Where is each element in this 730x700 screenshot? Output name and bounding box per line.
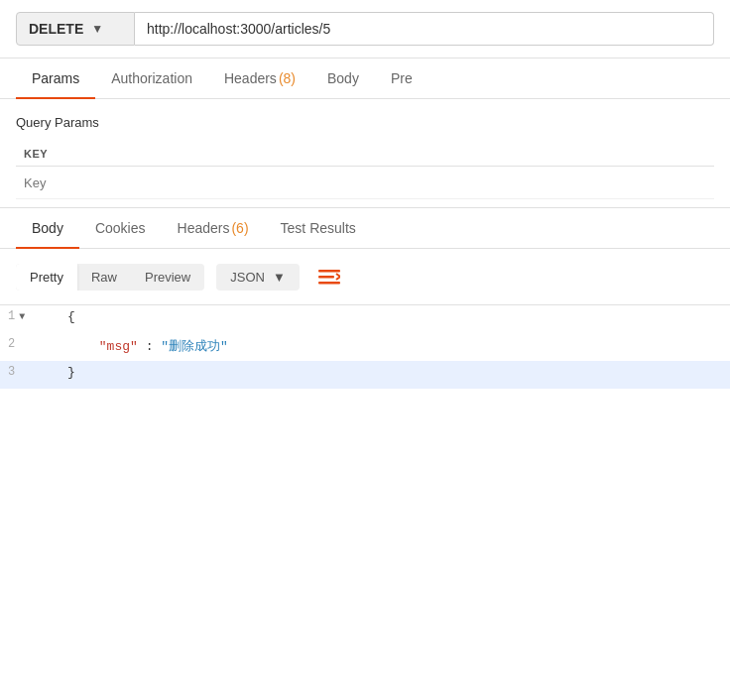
key-column-header: KEY <box>16 142 714 167</box>
url-input[interactable] <box>135 12 714 46</box>
line-number-3: 3 <box>0 361 60 383</box>
tab-authorization[interactable]: Authorization <box>95 58 208 98</box>
code-area: 1 ▼ { 2 "msg" : "删除成功" 3 } <box>0 305 730 389</box>
rtab-headers[interactable]: Headers(6) <box>162 208 265 248</box>
json-type-select[interactable]: JSON ▼ <box>216 264 300 291</box>
preview-button[interactable]: Preview <box>131 264 204 291</box>
response-tabs: Body Cookies Headers(6) Test Results <box>0 208 730 249</box>
pretty-button[interactable]: Pretty <box>16 264 77 291</box>
top-bar: DELETE ▼ <box>0 0 730 58</box>
json-colon: : <box>146 339 162 354</box>
tab-headers[interactable]: Headers(8) <box>208 58 311 98</box>
code-line-3: 3 } <box>0 361 730 389</box>
table-row <box>16 167 714 199</box>
query-params-title: Query Params <box>16 115 714 130</box>
json-type-label: JSON <box>230 270 265 285</box>
svg-rect-2 <box>318 282 340 285</box>
chevron-down-icon: ▼ <box>91 22 103 36</box>
chevron-down-icon: ▼ <box>273 270 286 285</box>
code-line-2: 2 "msg" : "删除成功" <box>0 333 730 361</box>
response-toolbar: Pretty Raw Preview JSON ▼ <box>0 249 730 305</box>
line-number-2: 2 <box>0 333 60 355</box>
tab-pre[interactable]: Pre <box>375 58 428 98</box>
wrap-button[interactable] <box>311 259 347 294</box>
json-value: "删除成功" <box>161 339 228 354</box>
rtab-test-results[interactable]: Test Results <box>265 208 372 248</box>
svg-rect-1 <box>318 276 334 279</box>
format-group: Pretty Raw Preview <box>16 264 204 291</box>
rtab-cookies[interactable]: Cookies <box>79 208 162 248</box>
tab-body[interactable]: Body <box>311 58 375 98</box>
json-key: "msg" <box>99 339 138 354</box>
svg-rect-0 <box>318 270 340 273</box>
open-brace: { <box>67 309 75 324</box>
method-label: DELETE <box>29 21 83 37</box>
params-table: KEY <box>16 142 714 199</box>
raw-button[interactable]: Raw <box>77 264 131 291</box>
key-input[interactable] <box>24 175 706 190</box>
code-line-1: 1 ▼ { <box>0 305 730 333</box>
query-params-section: Query Params KEY <box>0 99 730 208</box>
close-brace: } <box>67 365 75 380</box>
toggle-arrow-icon[interactable]: ▼ <box>19 311 25 322</box>
tab-params[interactable]: Params <box>16 58 95 98</box>
line-number-1: 1 ▼ <box>0 305 60 327</box>
rtab-body[interactable]: Body <box>16 208 79 248</box>
request-tabs: Params Authorization Headers(8) Body Pre <box>0 58 730 99</box>
method-select[interactable]: DELETE ▼ <box>16 12 135 46</box>
wrap-icon <box>318 268 340 286</box>
